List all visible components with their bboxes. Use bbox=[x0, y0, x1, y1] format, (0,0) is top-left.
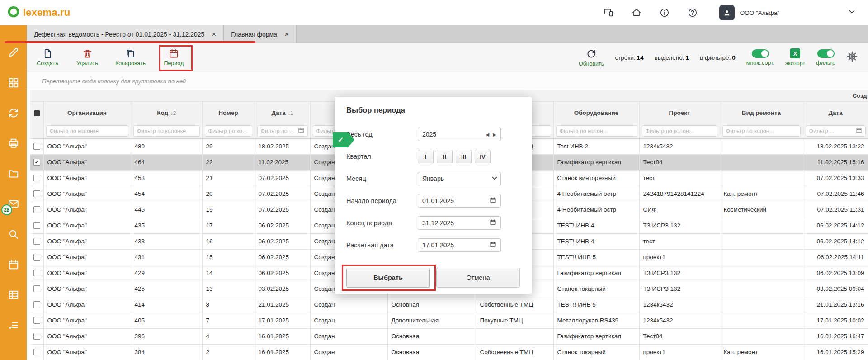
sidebar-item-documents[interactable] bbox=[7, 167, 20, 180]
cell-date[interactable]: 07.02.2025 bbox=[255, 186, 310, 202]
cell-code[interactable]: 445 bbox=[131, 202, 202, 218]
row-checkbox[interactable] bbox=[30, 218, 43, 233]
toggle-on-icon[interactable] bbox=[817, 49, 835, 58]
cell-date[interactable]: 06.02.2025 bbox=[255, 249, 310, 265]
settings-gear-icon[interactable] bbox=[846, 51, 858, 64]
calc-date-input[interactable]: 17.01.2025 bbox=[418, 238, 501, 252]
close-icon[interactable]: × bbox=[284, 30, 289, 38]
period-start-input[interactable]: 01.01.2025 bbox=[418, 194, 501, 208]
filter-toggle[interactable]: фильтр bbox=[816, 49, 835, 66]
column-header-equipment[interactable]: Оборудование bbox=[553, 101, 639, 124]
cell-equipment[interactable]: 4 Необитаемый остр bbox=[553, 202, 639, 218]
export-button[interactable]: X экспорт bbox=[785, 48, 805, 66]
sidebar-item-mail[interactable]: 28 bbox=[7, 198, 20, 210]
table-row[interactable]: ООО "Альфа" 384 2 16.01.2025 Создан Осно… bbox=[30, 344, 868, 360]
cell-organization[interactable]: ООО "Альфа" bbox=[43, 249, 131, 265]
cell-equipment[interactable]: Газификатор вертикал bbox=[553, 328, 639, 344]
cell-date[interactable]: 06.02.2025 bbox=[255, 265, 310, 281]
cell-code[interactable]: 435 bbox=[131, 218, 202, 233]
cell-created[interactable]: 18.02.2025 13:22 bbox=[803, 138, 868, 154]
cell-equipment[interactable]: Газификатор вертикал bbox=[553, 265, 639, 281]
cell-number[interactable]: 2 bbox=[202, 344, 255, 360]
cell-repair-type[interactable] bbox=[720, 265, 803, 281]
sidebar-item-sync[interactable] bbox=[7, 107, 20, 119]
cell-number[interactable]: 15 bbox=[202, 249, 255, 265]
cell-project[interactable]: 1234к5432 bbox=[639, 313, 720, 328]
cell-number[interactable]: 13 bbox=[202, 281, 255, 297]
cell-created[interactable]: 21.01.2025 13:16 bbox=[803, 297, 868, 313]
cell-created[interactable]: 11.02.2025 15:16 bbox=[803, 154, 868, 170]
calendar-icon[interactable] bbox=[490, 197, 496, 205]
cell-code[interactable]: 431 bbox=[131, 249, 202, 265]
cell-ownership[interactable]: Собственные ТМЦ bbox=[476, 344, 553, 360]
sidebar-item-print[interactable] bbox=[7, 137, 20, 150]
table-row[interactable]: ООО "Альфа" 396 4 16.01.2025 Создан Осно… bbox=[30, 328, 868, 344]
help-icon[interactable] bbox=[688, 8, 698, 18]
cell-type[interactable]: Дополнительная bbox=[387, 313, 476, 328]
cell-organization[interactable]: ООО "Альфа" bbox=[43, 186, 131, 202]
row-checkbox[interactable] bbox=[30, 281, 43, 297]
cell-equipment[interactable]: TEST! ИНВ 4 bbox=[553, 218, 639, 233]
cell-code[interactable]: 425 bbox=[131, 281, 202, 297]
select-button[interactable]: Выбрать bbox=[346, 268, 430, 288]
sidebar-item-calendar[interactable] bbox=[7, 258, 20, 271]
cell-organization[interactable]: ООО "Альфа" bbox=[43, 202, 131, 218]
year-next-icon[interactable]: ▶ bbox=[493, 132, 496, 137]
table-row[interactable]: ООО "Альфа" 405 7 17.01.2025 Создан Допо… bbox=[30, 313, 868, 328]
row-checkbox[interactable] bbox=[30, 313, 43, 328]
row-checkbox[interactable] bbox=[30, 328, 43, 344]
row-checkbox[interactable] bbox=[30, 344, 43, 360]
cell-equipment[interactable]: 4 Необитаемый остр bbox=[553, 186, 639, 202]
cell-code[interactable]: 433 bbox=[131, 233, 202, 249]
cell-project[interactable]: тест bbox=[639, 233, 720, 249]
group-by-dropzone[interactable]: Перетащите сюда колонку для группировки … bbox=[27, 72, 868, 90]
cell-code[interactable]: 454 bbox=[131, 186, 202, 202]
row-checkbox[interactable] bbox=[30, 170, 43, 186]
create-button[interactable]: Создать bbox=[36, 48, 59, 66]
cell-number[interactable]: 22 bbox=[202, 154, 255, 170]
cell-date[interactable]: 16.01.2025 bbox=[255, 344, 310, 360]
cell-code[interactable]: 405 bbox=[131, 313, 202, 328]
cell-organization[interactable]: ООО "Альфа" bbox=[43, 218, 131, 233]
filter-input-repair-type[interactable]: Фильтр по колон... bbox=[722, 125, 801, 137]
cell-date[interactable]: 07.02.2025 bbox=[255, 202, 310, 218]
column-header-project[interactable]: Проект bbox=[639, 101, 720, 124]
month-select[interactable]: Январь bbox=[418, 172, 501, 185]
cell-state[interactable]: Создан bbox=[310, 297, 387, 313]
cell-repair-type[interactable] bbox=[720, 138, 803, 154]
cell-project[interactable]: ТЗ ИСРЗ 132 bbox=[639, 265, 720, 281]
year-prev-icon[interactable]: ◀ bbox=[486, 132, 490, 137]
cell-date[interactable]: 11.02.2025 bbox=[255, 154, 310, 170]
cell-ownership[interactable]: Собственные ТМЦ bbox=[476, 297, 553, 313]
cell-type[interactable]: Основная bbox=[387, 328, 476, 344]
filter-input-number[interactable]: Фильтр по колонке bbox=[205, 125, 252, 137]
cell-created[interactable]: 07.02.2025 13:33 bbox=[803, 170, 868, 186]
filter-input-created-date[interactable]: Фильтр ... bbox=[806, 125, 866, 137]
cell-number[interactable]: 19 bbox=[202, 202, 255, 218]
cell-repair-type[interactable]: Кап. ремонт bbox=[720, 344, 803, 360]
cell-organization[interactable]: ООО "Альфа" bbox=[43, 154, 131, 170]
cell-repair-type[interactable] bbox=[720, 218, 803, 233]
filter-input-project[interactable]: Фильтр по колон... bbox=[642, 125, 717, 137]
cell-date[interactable]: 06.02.2025 bbox=[255, 233, 310, 249]
cell-organization[interactable]: ООО "Альфа" bbox=[43, 170, 131, 186]
column-header-date[interactable]: Дата↓1 bbox=[255, 101, 310, 124]
cell-equipment[interactable]: Test ИНВ 2 bbox=[553, 138, 639, 154]
refresh-button[interactable]: Обновить bbox=[579, 48, 604, 67]
cell-organization[interactable]: ООО "Альфа" bbox=[43, 265, 131, 281]
cell-created[interactable]: 17.01.2025 10:02 bbox=[803, 313, 868, 328]
row-checkbox[interactable]: ✓ bbox=[30, 154, 43, 170]
cell-date[interactable]: 03.02.2025 bbox=[255, 281, 310, 297]
quarter-3-button[interactable]: III bbox=[456, 150, 472, 163]
cell-repair-type[interactable] bbox=[720, 297, 803, 313]
cell-repair-type[interactable] bbox=[720, 281, 803, 297]
cell-date[interactable]: 06.02.2025 bbox=[255, 218, 310, 233]
cell-state[interactable]: Создан bbox=[310, 344, 387, 360]
cancel-button[interactable]: Отмена bbox=[436, 268, 520, 288]
cell-project[interactable]: ТЗ ИСРЗ 132 bbox=[639, 218, 720, 233]
cell-date[interactable]: 17.01.2025 bbox=[255, 313, 310, 328]
cell-code[interactable]: 429 bbox=[131, 265, 202, 281]
year-spinner[interactable]: 2025 ◀ ▶ bbox=[418, 128, 501, 141]
cell-number[interactable]: 8 bbox=[202, 297, 255, 313]
cell-number[interactable]: 7 bbox=[202, 313, 255, 328]
